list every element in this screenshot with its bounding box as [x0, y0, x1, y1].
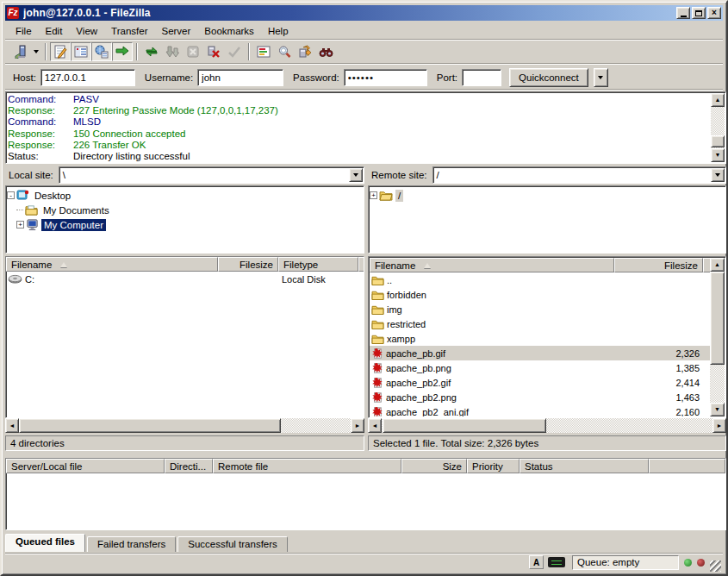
collapse-icon[interactable]: - [7, 191, 15, 199]
port-input[interactable] [462, 69, 501, 86]
local-site-dropdown[interactable] [349, 168, 363, 182]
scroll-up-button[interactable]: ▲ [711, 93, 725, 107]
reconnect-button[interactable] [224, 42, 245, 61]
find-files-button[interactable] [315, 42, 336, 61]
quickconnect-bar: Host: Username: Password: Port: Quickcon… [5, 66, 723, 89]
image-file-icon [371, 347, 383, 360]
tree-item-root[interactable]: + / [370, 188, 725, 203]
column-header-server-local-file[interactable]: Server/Local file [6, 459, 165, 473]
refresh-button[interactable] [141, 42, 162, 61]
menu-help[interactable]: Help [261, 25, 296, 37]
scroll-down-button[interactable]: ▼ [710, 403, 725, 416]
toggle-local-tree-button[interactable] [71, 42, 91, 61]
column-header-status[interactable]: Status [520, 459, 649, 473]
folder-icon [371, 275, 384, 285]
username-input[interactable] [197, 69, 283, 86]
scroll-down-button[interactable]: ▼ [711, 148, 725, 162]
menu-edit[interactable]: Edit [39, 25, 70, 37]
speed-limits-icon[interactable] [548, 557, 565, 567]
scroll-thumb[interactable] [711, 135, 725, 147]
site-manager-button[interactable] [10, 42, 31, 61]
local-site-combo[interactable]: \ [59, 166, 364, 184]
remote-file-row[interactable]: apache_pb2_ani.gif 2,160 [370, 404, 710, 416]
directory-comparison-button[interactable] [274, 42, 295, 61]
remote-list-scrollbar[interactable]: ▲ ▼ [710, 258, 725, 416]
column-header-remote-file[interactable]: Remote file [213, 459, 401, 473]
process-queue-button[interactable] [162, 42, 183, 61]
scroll-right-button[interactable]: ► [351, 418, 364, 433]
minimize-button[interactable] [676, 7, 690, 19]
status-light-red-icon [697, 559, 705, 567]
synchronized-browsing-button[interactable] [295, 42, 315, 61]
local-file-row[interactable]: C: Local Disk [6, 272, 364, 286]
tab-successful-transfers[interactable]: Successful transfers [177, 536, 288, 552]
chevron-down-icon [353, 173, 358, 177]
password-input[interactable] [344, 69, 427, 86]
remote-list-hscrollbar[interactable]: ◄ ► [368, 418, 726, 433]
toggle-transfer-queue-button[interactable] [112, 42, 133, 61]
data-type-indicator-icon[interactable]: A [529, 555, 544, 569]
tab-queued-files[interactable]: Queued files [5, 534, 85, 552]
scroll-thumb[interactable] [383, 418, 546, 433]
host-input[interactable] [40, 69, 135, 86]
column-header-priority[interactable]: Priority [467, 459, 520, 473]
remote-file-row[interactable]: .. [370, 272, 710, 287]
scroll-up-button[interactable]: ▲ [710, 258, 725, 272]
menu-transfer[interactable]: Transfer [104, 25, 154, 37]
chevron-down-icon [715, 173, 720, 177]
cancel-operation-button[interactable] [183, 42, 203, 61]
filezilla-window: Fz john@127.0.0.1 - FileZilla × File Edi… [0, 0, 728, 576]
remote-file-row[interactable]: apache_pb2.png 1,463 [370, 390, 710, 404]
column-header-direction[interactable]: Directi... [165, 459, 213, 473]
disconnect-button[interactable] [203, 42, 224, 61]
scroll-left-button[interactable]: ◄ [5, 418, 19, 433]
tree-item-my-computer[interactable]: + My Computer [7, 217, 363, 232]
site-manager-dropdown[interactable] [31, 42, 41, 61]
expand-icon[interactable]: + [370, 191, 377, 199]
resize-grip[interactable] [710, 560, 721, 572]
remote-file-row[interactable]: apache_pb.png 1,385 [370, 360, 710, 375]
local-list-hscrollbar[interactable]: ◄ ► [5, 418, 364, 433]
divider [5, 89, 723, 91]
find-files-icon [319, 46, 333, 58]
close-button[interactable]: × [707, 7, 721, 19]
column-header-filesize[interactable]: Filesize [218, 257, 278, 272]
toolbar-separator [248, 43, 250, 60]
scroll-left-button[interactable]: ◄ [368, 418, 382, 433]
log-scrollbar[interactable]: ▲ ▼ [711, 93, 725, 162]
remote-file-row[interactable]: apache_pb2.gif 2,414 [370, 375, 710, 390]
toggle-message-log-button[interactable] [50, 42, 71, 61]
scroll-thumb[interactable] [710, 272, 725, 365]
column-header-filetype[interactable]: Filetype [278, 257, 358, 272]
tab-failed-transfers[interactable]: Failed transfers [87, 536, 176, 552]
tree-item-my-documents[interactable]: My Documents [7, 203, 363, 217]
menu-view[interactable]: View [69, 25, 104, 37]
scroll-thumb[interactable] [19, 418, 281, 433]
maximize-button[interactable] [692, 7, 706, 19]
desktop-icon [16, 190, 29, 202]
title-bar: Fz john@127.0.0.1 - FileZilla × [5, 5, 723, 21]
remote-file-row[interactable]: img [370, 302, 710, 316]
menu-server[interactable]: Server [154, 25, 197, 37]
remote-site-dropdown[interactable] [711, 168, 725, 182]
column-header-filename[interactable]: Filename [6, 257, 218, 272]
scroll-right-button[interactable]: ► [712, 418, 726, 433]
remote-site-combo[interactable]: / [432, 166, 726, 184]
column-header-size[interactable]: Size [401, 459, 467, 473]
column-header-filename[interactable]: Filename [370, 258, 614, 272]
quickconnect-button[interactable]: Quickconnect [509, 68, 588, 87]
remote-file-row[interactable]: restricted [370, 316, 710, 331]
quickconnect-dropdown[interactable] [594, 68, 608, 87]
remote-file-row[interactable]: xampp [370, 331, 710, 346]
directory-listing-filters-button[interactable] [253, 42, 274, 61]
column-header-filesize[interactable]: Filesize [614, 258, 703, 272]
remote-file-row[interactable]: forbidden [370, 287, 710, 302]
tree-item-desktop[interactable]: - Desktop [7, 188, 363, 203]
expand-icon[interactable]: + [16, 221, 24, 229]
menu-file[interactable]: File [9, 25, 39, 37]
remote-file-row-selected[interactable]: apache_pb.gif 2,326 [370, 346, 710, 360]
menu-bookmarks[interactable]: Bookmarks [197, 25, 261, 37]
sort-ascending-icon [424, 263, 431, 268]
column-header-last-modified[interactable]: L [358, 257, 364, 272]
toggle-remote-tree-button[interactable] [91, 42, 112, 61]
